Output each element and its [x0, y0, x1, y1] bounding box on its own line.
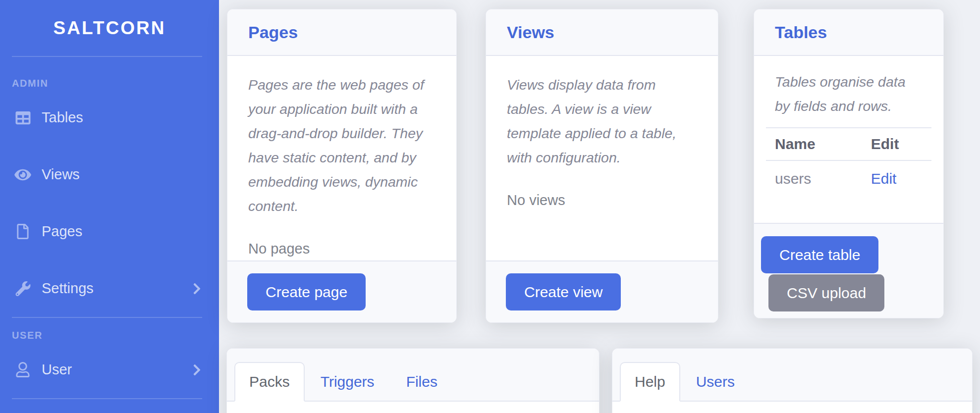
views-card-title: Views [507, 22, 697, 42]
views-card-footer: Create view [486, 260, 718, 322]
sidebar-item-tables[interactable]: Tables [0, 89, 219, 146]
tables-description: Tables organise data by fields and rows. [775, 70, 923, 118]
sidebar: SALTCORN ADMIN Tables Views Pages Settin… [0, 0, 219, 413]
sidebar-item-user[interactable]: User [0, 341, 219, 398]
column-header-edit: Edit [862, 128, 931, 160]
help-tab-card: Help Users [612, 348, 973, 413]
wrench-icon [14, 281, 32, 296]
sidebar-divider [12, 398, 202, 399]
tab-help[interactable]: Help [620, 362, 680, 402]
packs-tab-card: Packs Triggers Files [226, 348, 599, 413]
csv-upload-button[interactable]: CSV upload [768, 274, 884, 311]
create-view-button[interactable]: Create view [506, 273, 621, 310]
tables-card-body: Tables organise data by fields and rows.… [754, 56, 943, 223]
views-empty-text: No views [507, 192, 697, 208]
sidebar-item-views[interactable]: Views [0, 146, 219, 203]
tables-card: Tables Tables organise data by fields an… [754, 9, 944, 318]
views-description: Views display data from tables. A view i… [507, 73, 697, 170]
views-card-header: Views [486, 9, 718, 56]
pages-card-header: Pages [227, 9, 456, 56]
tables-list: Name Edit users Edit [766, 127, 931, 197]
tables-card-title: Tables [775, 22, 923, 42]
pages-card-title: Pages [248, 22, 436, 42]
help-tab-bar: Help Users [612, 349, 972, 402]
file-icon [14, 224, 32, 239]
sidebar-item-label: User [42, 361, 72, 378]
create-page-button[interactable]: Create page [247, 273, 366, 310]
sidebar-item-label: Settings [42, 280, 94, 297]
pages-empty-text: No pages [248, 241, 436, 257]
tab-packs[interactable]: Packs [234, 362, 305, 402]
tables-card-header: Tables [754, 9, 943, 56]
tab-triggers[interactable]: Triggers [305, 362, 390, 402]
views-card-body: Views display data from tables. A view i… [486, 56, 718, 260]
brand-logo[interactable]: SALTCORN [0, 0, 219, 56]
column-header-name: Name [766, 128, 862, 160]
edit-table-link[interactable]: Edit [871, 170, 897, 187]
sidebar-item-label: Views [42, 166, 80, 183]
table-icon [14, 110, 32, 125]
tab-files[interactable]: Files [390, 362, 453, 402]
chevron-right-icon [193, 282, 201, 295]
table-name-cell: users [766, 160, 862, 197]
views-card: Views Views display data from tables. A … [486, 9, 718, 323]
pages-card: Pages Pages are the web pages of your ap… [227, 9, 457, 323]
sidebar-item-pages[interactable]: Pages [0, 203, 219, 260]
eye-icon [14, 167, 32, 182]
sidebar-item-label: Pages [42, 223, 82, 240]
tab-users[interactable]: Users [680, 362, 751, 402]
table-row: users Edit [766, 160, 931, 197]
sidebar-section-heading-user: USER [0, 318, 219, 341]
chevron-right-icon [193, 363, 201, 376]
packs-tab-bar: Packs Triggers Files [227, 349, 599, 402]
help-tab-content [612, 402, 972, 413]
sidebar-item-label: Tables [42, 109, 83, 126]
create-table-button[interactable]: Create table [761, 236, 878, 273]
pages-description: Pages are the web pages of your applicat… [248, 73, 436, 218]
pages-card-body: Pages are the web pages of your applicat… [227, 56, 456, 260]
sidebar-section-heading-admin: ADMIN [0, 57, 219, 89]
tables-card-footer: Create table CSV upload [754, 223, 943, 318]
tables-list-header-row: Name Edit [766, 128, 931, 160]
pages-card-footer: Create page [227, 260, 456, 322]
packs-tab-content [227, 402, 599, 413]
user-icon [14, 362, 32, 377]
main-content: Pages Pages are the web pages of your ap… [219, 0, 980, 413]
sidebar-item-settings[interactable]: Settings [0, 260, 219, 317]
